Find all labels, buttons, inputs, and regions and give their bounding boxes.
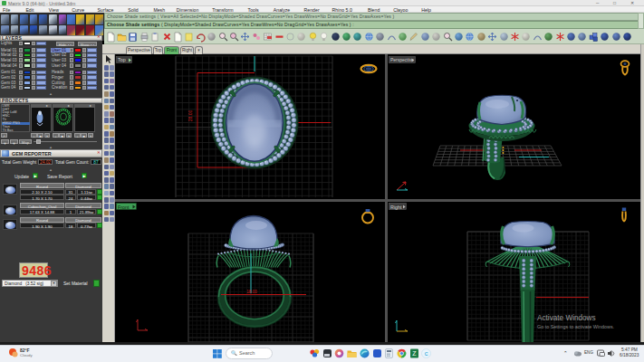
svg-text:28.00: 28.00	[187, 110, 193, 122]
svg-text:Go to Settings to activate Win: Go to Settings to activate Windows.	[537, 324, 614, 329]
svg-text:Front: Front	[118, 205, 130, 210]
svg-text:Z: Z	[412, 350, 417, 357]
svg-text:Perspective: Perspective	[390, 57, 414, 62]
svg-text:Top: Top	[118, 57, 126, 62]
svg-text:c: c	[425, 349, 428, 357]
svg-text:Activate Windows: Activate Windows	[537, 314, 596, 322]
svg-text:Right: Right	[390, 205, 402, 210]
svg-text:18.00: 18.00	[246, 290, 257, 294]
